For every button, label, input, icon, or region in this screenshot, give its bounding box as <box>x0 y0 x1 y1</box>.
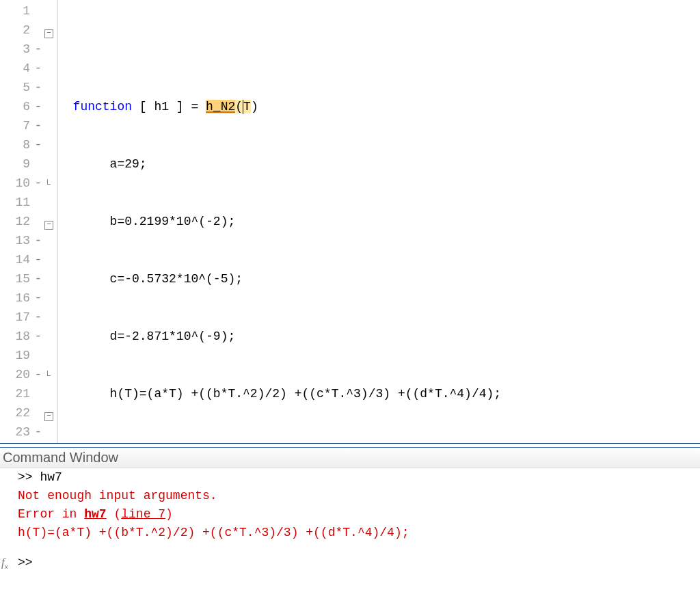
cw-output-line: >> hw7 <box>1 468 700 487</box>
editor-pane[interactable]: 1 2 3 4 5 6 7 8 9 10 11 12 13 14 15 16 1… <box>0 0 700 443</box>
highlight-warn: T <box>243 100 251 113</box>
keyword-function: function <box>73 100 132 113</box>
function-name: h_N2 <box>206 100 235 113</box>
fold-toggle-icon[interactable]: − <box>44 29 53 38</box>
cw-error-line: h(T)=(a*T) +((b*T.^2)/2) +((c*T.^3)/3) +… <box>1 524 700 542</box>
code-area[interactable]: function [ h1 ] = h_N2(T) a=29; b=0.2199… <box>58 0 700 443</box>
pane-divider[interactable] <box>0 443 700 448</box>
cw-error-line: Not enough input arguments. <box>1 487 700 505</box>
error-line-link[interactable]: line 7 <box>121 507 165 521</box>
text-cursor <box>243 100 243 114</box>
code-line[interactable]: function [ h1 ] = h_N2(T) <box>58 97 700 116</box>
command-window-title: Command Window <box>0 448 700 468</box>
code-line[interactable]: b=0.2199*10^(-2); <box>58 212 700 231</box>
cw-error-line: Error in hw7 (line 7) <box>1 505 700 524</box>
fold-toggle-icon[interactable]: − <box>44 221 53 230</box>
line-number-gutter: 1 2 3 4 5 6 7 8 9 10 11 12 13 14 15 16 1… <box>0 0 32 443</box>
code-line[interactable]: d=-2.871*10^(-9); <box>58 327 700 346</box>
error-file-link[interactable]: hw7 <box>84 507 106 521</box>
fold-gutter[interactable]: − └ − └ − <box>44 0 57 443</box>
code-line[interactable]: a=29; <box>58 154 700 174</box>
code-line[interactable]: c=-0.5732*10^(-5); <box>58 269 700 288</box>
command-window[interactable]: >> hw7 Not enough input arguments. Error… <box>0 468 700 576</box>
highlight-selection: h_N2 <box>206 100 235 113</box>
fold-toggle-icon[interactable]: − <box>44 412 53 421</box>
fx-icon[interactable]: fx <box>1 553 18 576</box>
highlight-warn: ( <box>235 100 243 113</box>
fold-end-icon: └ <box>44 371 50 381</box>
code-line[interactable]: h1=h(T) <box>58 442 700 443</box>
fold-end-icon: └ <box>44 179 50 190</box>
cw-prompt-line[interactable]: fx>> <box>1 553 700 576</box>
breakpoint-gutter[interactable]: - - - - - - - - - - - - - - - <box>32 0 44 443</box>
code-line[interactable] <box>58 40 700 59</box>
cw-prompt-text: >> <box>18 556 33 569</box>
code-line[interactable]: h(T)=(a*T) +((b*T.^2)/2) +((c*T.^3)/3) +… <box>58 384 700 403</box>
